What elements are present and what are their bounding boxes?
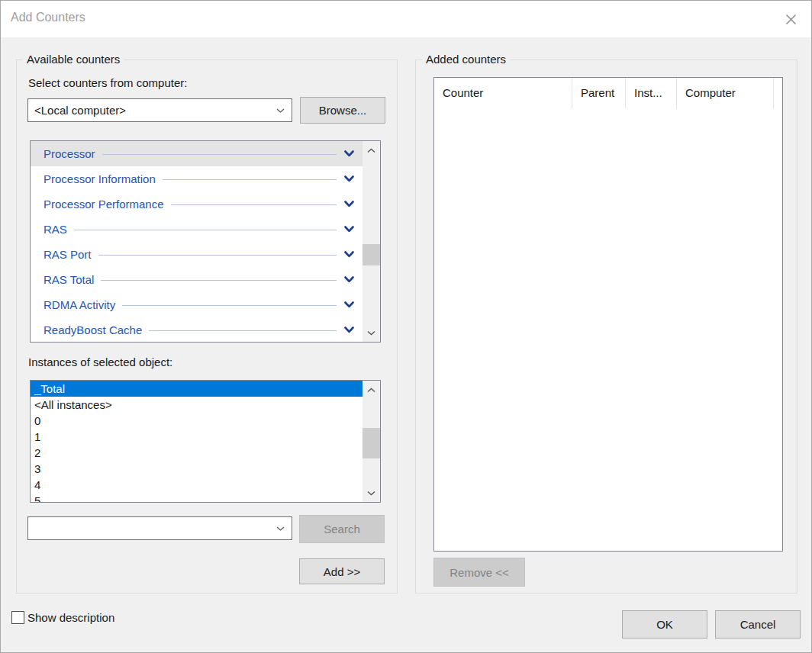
search-button[interactable]: Search [299, 515, 385, 543]
added-counters-table-body[interactable] [434, 108, 782, 551]
counter-object-label: RAS Total [44, 273, 94, 286]
instances-list-rows: _Total<All instances>012345 [31, 381, 380, 503]
divider-line [102, 154, 337, 155]
divider-line [98, 255, 337, 256]
added-counters-table: Counter Parent Inst... Computer [433, 77, 783, 552]
column-header-filler [774, 78, 782, 108]
counter-object-item[interactable]: RDMA Activity [31, 292, 362, 317]
instance-item[interactable]: <All instances> [31, 397, 363, 413]
browse-button[interactable]: Browse... [300, 97, 385, 124]
divider-line [149, 330, 337, 331]
computer-combobox[interactable]: <Local computer> [27, 98, 292, 122]
counter-object-item[interactable]: Processor Information [31, 166, 362, 191]
counter-object-item[interactable]: RAS Port [31, 242, 362, 267]
close-icon[interactable] [781, 9, 801, 29]
instance-item[interactable]: _Total [31, 381, 363, 397]
column-header-counter[interactable]: Counter [434, 78, 572, 108]
counter-object-item[interactable]: ReadyBoost Cache [31, 317, 362, 343]
divider-line [101, 280, 337, 281]
chevron-down-icon[interactable] [344, 301, 354, 308]
counter-object-label: Processor [44, 147, 95, 160]
show-description-checkbox[interactable] [11, 611, 24, 624]
select-computer-label: Select counters from computer: [28, 76, 187, 89]
added-counters-table-header: Counter Parent Inst... Computer [434, 78, 782, 108]
ok-button[interactable]: OK [622, 610, 707, 639]
titlebar: Add Counters [1, 1, 811, 37]
show-description-control[interactable]: Show description [11, 611, 114, 624]
chevron-down-icon[interactable] [344, 226, 354, 233]
divider-line [171, 204, 337, 205]
counter-object-label: ReadyBoost Cache [44, 323, 142, 336]
counter-object-list[interactable]: ProcessorProcessor InformationProcessor … [30, 140, 381, 343]
add-counters-dialog: Add Counters Available counters Select c… [0, 0, 812, 653]
instances-list[interactable]: _Total<All instances>012345 [30, 380, 381, 503]
scrollbar-thumb[interactable] [362, 428, 380, 458]
chevron-down-icon[interactable] [344, 276, 354, 283]
chevron-down-icon[interactable] [344, 326, 354, 333]
add-button[interactable]: Add >> [299, 558, 385, 584]
instance-item[interactable]: 0 [31, 413, 363, 429]
chevron-down-icon[interactable] [344, 150, 354, 157]
counter-object-label: Processor Performance [44, 198, 164, 211]
dialog-title: Add Counters [11, 11, 85, 24]
cancel-button[interactable]: Cancel [715, 610, 801, 639]
counter-object-label: RAS [44, 223, 67, 236]
show-description-label: Show description [27, 611, 114, 624]
counter-object-label: RDMA Activity [44, 298, 115, 311]
computer-combobox-value: <Local computer> [34, 104, 126, 117]
counter-object-item[interactable]: RAS [31, 217, 362, 242]
search-combobox[interactable] [27, 516, 292, 540]
counter-object-item[interactable]: Processor Performance [31, 191, 362, 217]
counter-object-item[interactable]: RAS Total [31, 267, 362, 292]
counter-object-label: Processor Information [44, 172, 156, 185]
available-counters-group-label: Available counters [23, 53, 124, 66]
instance-item[interactable]: 1 [31, 429, 363, 445]
column-header-parent[interactable]: Parent [572, 78, 626, 108]
counter-object-item[interactable]: Processor [31, 141, 362, 166]
chevron-down-icon[interactable] [344, 251, 354, 258]
counter-object-label: RAS Port [44, 248, 92, 261]
instance-item[interactable]: 4 [31, 477, 363, 493]
instance-item[interactable]: 5 [31, 493, 363, 503]
scroll-down-icon[interactable] [362, 485, 380, 500]
chevron-down-icon[interactable] [344, 201, 354, 207]
divider-line [163, 179, 337, 180]
instance-item[interactable]: 2 [31, 445, 363, 461]
added-counters-group-label: Added counters [422, 53, 510, 66]
scroll-down-icon[interactable] [362, 325, 380, 340]
scroll-up-icon[interactable] [362, 143, 380, 158]
instances-label: Instances of selected object: [28, 355, 172, 368]
instances-list-scrollbar[interactable] [362, 381, 380, 502]
chevron-down-icon[interactable] [276, 108, 285, 113]
column-header-instance[interactable]: Inst... [626, 78, 677, 108]
instance-item[interactable]: 3 [31, 461, 363, 477]
scrollbar-thumb[interactable] [362, 244, 380, 265]
chevron-down-icon[interactable] [344, 175, 354, 182]
column-header-computer[interactable]: Computer [677, 78, 774, 108]
counter-object-list-rows: ProcessorProcessor InformationProcessor … [31, 141, 380, 343]
remove-button[interactable]: Remove << [433, 558, 525, 587]
counter-list-scrollbar[interactable] [362, 141, 380, 342]
scroll-up-icon[interactable] [362, 382, 380, 397]
divider-line [122, 305, 337, 306]
divider-line [74, 230, 337, 230]
chevron-down-icon[interactable] [276, 526, 285, 531]
